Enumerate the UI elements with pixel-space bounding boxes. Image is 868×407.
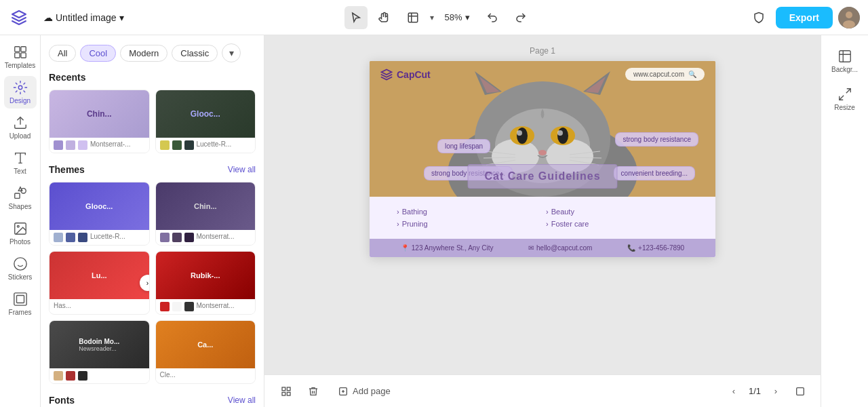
right-panel: Backgr... Resize: [821, 35, 868, 407]
right-panel-resize[interactable]: Resize: [826, 81, 864, 117]
filter-tab-classic[interactable]: Classic: [172, 45, 218, 62]
fonts-section-header: Fonts View all: [49, 395, 256, 406]
shield-icon-button[interactable]: [747, 6, 770, 29]
file-title: Untitled image: [56, 12, 117, 23]
sidebar-item-shapes[interactable]: Shapes: [4, 182, 37, 214]
recent-card-1[interactable]: Chin... Montserrat-...: [49, 90, 150, 153]
zoom-value: 58%: [445, 12, 462, 22]
theme-card-3-preview: Lu...: [50, 252, 149, 299]
canvas-footer: 📍 123 Anywhere St., Any City ✉ hello@cap…: [370, 239, 715, 257]
canvas-footer-address: 📍 123 Anywhere St., Any City: [401, 244, 494, 252]
theme-card-5[interactable]: Bodoin Mo... Newsreader...: [49, 320, 150, 384]
zoom-control[interactable]: 58% ▾: [439, 9, 475, 25]
svg-point-31: [517, 130, 522, 136]
theme-card-1[interactable]: Glooc... Lucette-R...: [49, 182, 150, 246]
svg-point-33: [538, 150, 547, 155]
sidebar-item-photos[interactable]: Photos: [4, 217, 37, 250]
chevron-right-icon: ›: [397, 220, 399, 228]
sidebar-label-photos: Photos: [9, 238, 31, 246]
theme-card-3[interactable]: Lu... Has... ›: [49, 251, 150, 315]
svg-point-8: [18, 85, 22, 90]
select-tool-button[interactable]: [344, 6, 368, 29]
themes-view-all-button[interactable]: View all: [228, 165, 256, 174]
sidebar-item-text[interactable]: Text: [4, 147, 37, 179]
chevron-down-icon-frame[interactable]: ▾: [430, 13, 434, 22]
color-swatch: [184, 140, 194, 150]
color-swatch: [66, 371, 75, 381]
canvas-wrapper[interactable]: CapCut www.capcut.com 🔍: [370, 61, 715, 257]
color-swatch: [66, 233, 75, 242]
redo-button[interactable]: [509, 6, 532, 29]
chevron-right-icon: ›: [397, 208, 399, 216]
canvas-url-bar: www.capcut.com 🔍: [625, 68, 705, 81]
svg-rect-4: [14, 47, 19, 52]
svg-rect-15: [14, 293, 26, 305]
svg-point-30: [557, 128, 568, 144]
export-button[interactable]: Export: [776, 7, 833, 28]
svg-marker-12: [18, 187, 22, 191]
sidebar-item-frames[interactable]: Frames: [4, 288, 37, 320]
theme-card-3-bottom: Has...: [50, 299, 149, 312]
frame-tool-button[interactable]: [401, 6, 425, 29]
float-label-strong-body-1: strong body resistance: [615, 132, 698, 147]
svg-point-29: [517, 128, 528, 144]
recent-card-2-bottom: Lucette-R...: [156, 138, 256, 153]
theme-card-4-bottom: Montserrat...: [156, 299, 256, 314]
next-page-button[interactable]: ›: [766, 382, 785, 401]
recents-grid: Chin... Montserrat-... Glooc... Luce: [49, 90, 256, 153]
sidebar-item-templates[interactable]: Templates: [4, 41, 37, 73]
theme-card-1-name: Glooc...: [85, 202, 113, 210]
recent-card-2[interactable]: Glooc... Lucette-R...: [155, 90, 256, 153]
sidebar-item-upload[interactable]: Upload: [4, 111, 37, 144]
canvas-bottom-section: › Bathing › Pruning › Beauty: [370, 197, 715, 257]
hand-tool-button[interactable]: [373, 6, 396, 29]
svg-rect-43: [287, 392, 290, 395]
undo-button[interactable]: [481, 6, 504, 29]
svg-point-32: [557, 130, 563, 136]
add-page-button[interactable]: Add page: [330, 381, 399, 402]
float-label-long-lifespan: long lifespan: [437, 139, 490, 153]
theme-card-2[interactable]: Chin... Montserrat...: [155, 182, 256, 246]
color-swatch: [78, 371, 87, 381]
phone-icon: 📞: [627, 244, 635, 252]
avatar[interactable]: [838, 7, 860, 28]
filter-tab-cool[interactable]: Cool: [80, 45, 116, 62]
theme-card-4[interactable]: Rubik-... Montserrat...: [155, 251, 256, 315]
grid-view-button[interactable]: [275, 381, 297, 402]
sidebar-item-design[interactable]: Design: [4, 76, 37, 109]
svg-rect-16: [16, 296, 24, 303]
color-swatch: [160, 302, 170, 311]
color-swatch: [184, 302, 194, 311]
recent-card-2-name: Glooc...: [191, 109, 220, 119]
canvas-logo-text: CapCut: [397, 69, 431, 80]
right-panel-background[interactable]: Backgr...: [826, 43, 864, 79]
fit-page-button[interactable]: [791, 382, 810, 401]
theme-card-6[interactable]: Ca... Cle...: [155, 320, 256, 384]
canvas-list-col-2: › Beauty › Foster care: [546, 208, 688, 228]
bottom-bar-left: Add page: [275, 381, 399, 402]
chevron-down-icon-zoom: ▾: [465, 12, 470, 22]
right-panel-background-label: Backgr...: [831, 66, 858, 73]
color-swatch: [78, 140, 87, 150]
color-swatch: [54, 233, 63, 242]
filter-tab-all[interactable]: All: [49, 45, 76, 62]
sidebar-label-design: Design: [9, 97, 31, 104]
file-menu[interactable]: ☁ Untitled image ▾: [38, 9, 130, 26]
filter-more-button[interactable]: ▾: [222, 43, 241, 62]
icon-sidebar: Templates Design Upload Text Shapes Phot…: [0, 35, 41, 407]
prev-page-button[interactable]: ‹: [724, 382, 743, 401]
delete-page-button[interactable]: [302, 381, 324, 402]
search-icon: 🔍: [688, 71, 696, 78]
filter-tabs: All Cool Modern Classic ▾: [49, 43, 256, 62]
page-indicator: 1/1: [749, 386, 761, 396]
color-swatch: [78, 233, 87, 242]
color-swatch: [172, 302, 182, 311]
sidebar-item-stickers[interactable]: Stickers: [4, 252, 37, 285]
app-logo[interactable]: [8, 7, 30, 28]
fonts-view-all-button[interactable]: View all: [228, 395, 256, 405]
toolbar-center: ▾ 58% ▾: [135, 6, 742, 29]
filter-tab-modern[interactable]: Modern: [120, 45, 167, 62]
themes-grid: Glooc... Lucette-R... Chin...: [49, 182, 256, 384]
svg-rect-0: [408, 13, 418, 22]
recent-card-2-sub: Lucette-R...: [197, 140, 232, 150]
